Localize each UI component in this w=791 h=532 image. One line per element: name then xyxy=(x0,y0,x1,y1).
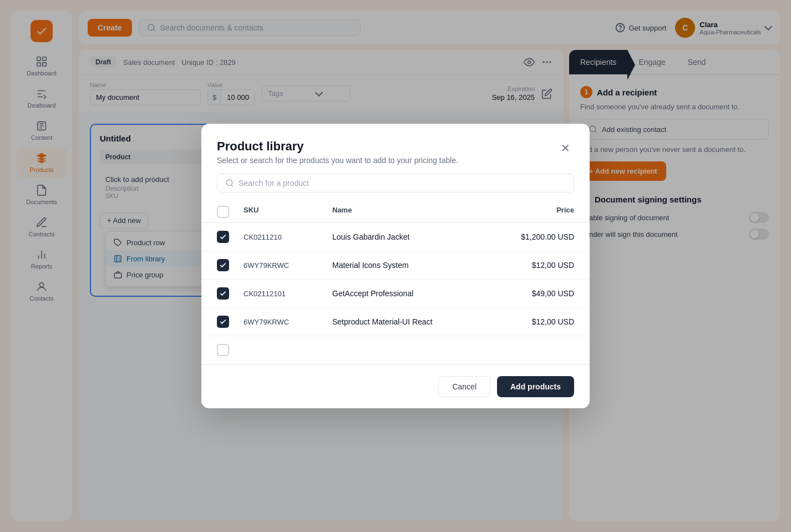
product-name-2: Material Icons System xyxy=(332,261,508,270)
name-header: Name xyxy=(332,206,508,218)
product-checkbox-3[interactable] xyxy=(217,287,229,300)
check-icon xyxy=(219,261,227,269)
modal-title: Product library xyxy=(217,139,458,154)
modal-overlay[interactable]: Product library Select or search for the… xyxy=(0,0,791,532)
product-sku-3: CK02112101 xyxy=(244,290,332,298)
product-price-3: $49,00 USD xyxy=(508,289,574,298)
price-header: Price xyxy=(508,206,574,218)
product-sku-2: 6WY79KRWC xyxy=(244,261,332,270)
sku-header: SKU xyxy=(244,206,332,218)
svg-point-17 xyxy=(226,180,232,186)
modal-header: Product library Select or search for the… xyxy=(201,124,590,174)
product-checkbox-1[interactable] xyxy=(217,231,229,243)
product-name-1: Louis Gabardin Jacket xyxy=(332,232,508,241)
check-icon xyxy=(219,318,227,326)
product-price-2: $12,00 USD xyxy=(508,261,574,270)
table-row: CK0211210 Louis Gabardin Jacket $1,200.0… xyxy=(201,223,590,251)
product-name-3: GetAccept Professional xyxy=(332,289,508,298)
modal-close-button[interactable]: ✕ xyxy=(556,139,574,157)
product-library-modal: Product library Select or search for the… xyxy=(201,124,590,408)
modal-product-list: CK0211210 Louis Gabardin Jacket $1,200.0… xyxy=(201,223,590,364)
modal-search-icon xyxy=(225,179,234,188)
table-row: CK02112101 GetAccept Professional $49,00… xyxy=(201,280,590,308)
product-sku-1: CK0211210 xyxy=(244,233,332,241)
product-checkbox-2[interactable] xyxy=(217,259,229,271)
cancel-button[interactable]: Cancel xyxy=(438,376,490,397)
modal-search[interactable]: Search for a product xyxy=(217,174,574,192)
modal-table-header: SKU Name Price xyxy=(201,201,590,223)
select-all-checkbox[interactable] xyxy=(217,206,229,218)
product-price-4: $12,00 USD xyxy=(508,317,574,326)
product-name-4: Setproduct Material-UI React xyxy=(332,317,508,326)
table-row: 6WY79KRWC Material Icons System $12,00 U… xyxy=(201,251,590,280)
modal-subtitle: Select or search for the products you wa… xyxy=(217,156,458,165)
modal-search-placeholder: Search for a product xyxy=(239,179,309,188)
check-icon xyxy=(219,290,227,297)
product-checkbox-4[interactable] xyxy=(217,316,229,328)
product-checkbox-5[interactable] xyxy=(217,344,229,356)
check-icon xyxy=(219,233,227,241)
product-sku-4: 6WY79KRWC xyxy=(244,318,332,326)
table-row xyxy=(201,336,590,364)
modal-footer: Cancel Add products xyxy=(201,364,590,408)
product-price-1: $1,200.00 USD xyxy=(508,232,574,241)
add-products-button[interactable]: Add products xyxy=(497,376,574,397)
table-row: 6WY79KRWC Setproduct Material-UI React $… xyxy=(201,308,590,336)
